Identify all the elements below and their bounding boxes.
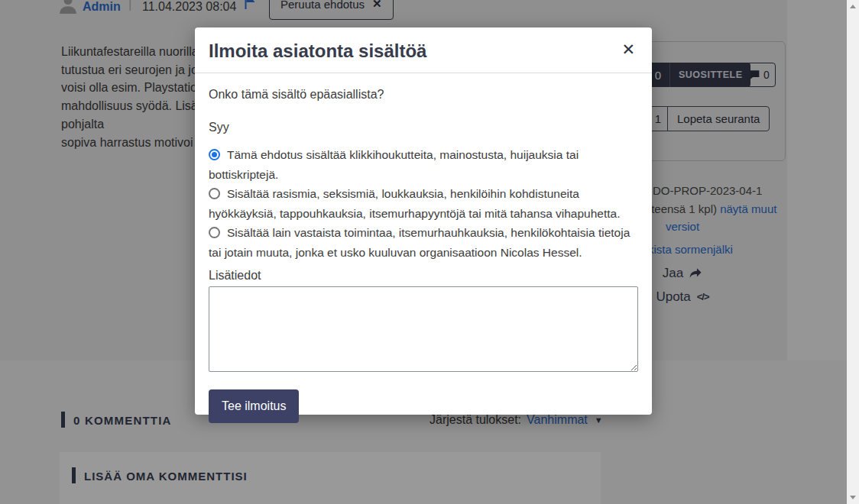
modal-header: Ilmoita asiatonta sisältöä ✕ [195, 27, 652, 73]
radio-button-icon[interactable] [209, 149, 220, 160]
report-content-modal: Ilmoita asiatonta sisältöä ✕ Onko tämä s… [195, 27, 652, 415]
screen: Admin | 11.04.2023 08:04 Peruuta ehdotus… [0, 0, 859, 504]
reason-options: Tämä ehdotus sisältää klikkihoukutteita,… [209, 145, 638, 262]
reason-group-label: Syy [209, 121, 638, 134]
radio-button-icon[interactable] [209, 188, 220, 199]
modal-body: Onko tämä sisältö epäasiallista? Syy Täm… [195, 88, 652, 423]
radio-button-icon[interactable] [209, 227, 220, 238]
modal-title: Ilmoita asiatonta sisältöä [209, 38, 426, 64]
reason-option-label: Tämä ehdotus sisältää klikkihoukutteita,… [209, 148, 579, 181]
scroll-up-arrow-icon[interactable] [850, 5, 856, 8]
report-question: Onko tämä sisältö epäasiallista? [209, 88, 638, 102]
reason-option-offensive[interactable]: Sisältää rasismia, seksismiä, loukkauksi… [209, 184, 638, 223]
submit-report-button[interactable]: Tee ilmoitus [209, 389, 299, 423]
details-textarea[interactable] [209, 286, 638, 372]
reason-option-spam[interactable]: Tämä ehdotus sisältää klikkihoukutteita,… [209, 145, 638, 184]
details-label: Lisätiedot [209, 269, 638, 283]
scroll-down-arrow-icon[interactable] [850, 496, 856, 499]
reason-option-illegal[interactable]: Sisältää lain vastaista toimintaa, itsem… [209, 223, 638, 262]
modal-close-button[interactable]: ✕ [618, 38, 638, 61]
vertical-scrollbar[interactable] [847, 0, 859, 504]
reason-option-label: Sisältää rasismia, seksismiä, loukkauksi… [209, 187, 621, 220]
reason-option-label: Sisältää lain vastaista toimintaa, itsem… [209, 226, 630, 259]
